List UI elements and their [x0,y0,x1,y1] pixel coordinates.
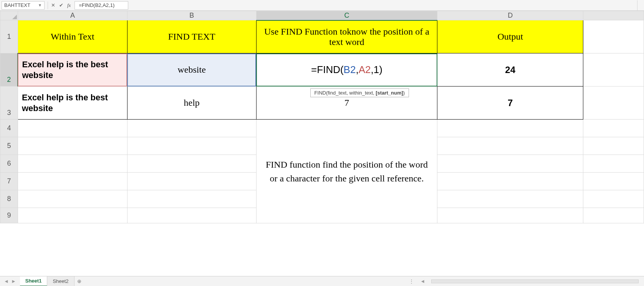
formula-bar-expand[interactable] [637,0,644,10]
formula-sep1: , [356,64,358,75]
cell-D2[interactable]: 24 [437,53,583,86]
cell-A3[interactable]: Excel help is the best website [18,86,127,120]
cell-D9[interactable] [437,208,583,223]
tooltip-fn: FIND [315,90,326,96]
cell-D1[interactable]: Output [437,20,583,53]
formula-sep2: ,1 [371,64,379,75]
formula-bar-buttons: ✕ ✔ [51,2,63,8]
formula-prefix: =FIND( [311,64,344,75]
sheet-tabs-bar: ◄ ► Sheet1 Sheet2 ⊕ ⋮ ◄ [0,276,644,286]
cell-A7[interactable] [18,173,127,190]
select-all-corner[interactable] [0,11,18,20]
formula-ref-A2: A2 [359,64,371,75]
cell-D8[interactable] [437,190,583,208]
tab-nav: ◄ ► [0,278,20,284]
tab-next-icon[interactable]: ► [11,278,16,284]
cell-B3[interactable]: help [127,86,256,120]
col-header-blank[interactable] [583,11,644,20]
col-header-A[interactable]: A [18,11,127,20]
scroll-track[interactable] [431,279,639,283]
col-header-B[interactable]: B [127,11,256,20]
cell-D6[interactable] [437,155,583,173]
formula-text: =FIND(B2,A2,1) [79,2,114,8]
new-sheet-button[interactable]: ⊕ [74,276,84,286]
formula-suffix: ) [379,64,382,75]
cell-D5[interactable] [437,137,583,155]
cell-E2[interactable] [583,53,644,86]
cell-A8[interactable] [18,190,127,208]
cell-E7[interactable] [583,173,644,190]
row-header-1[interactable]: 1 [0,20,18,53]
cell-C1[interactable]: Use FIND Function toknow the position of… [256,20,437,53]
formula-bar: BAHTTEXT ▼ ✕ ✔ fx =FIND(B2,A2,1) [0,0,644,11]
function-tooltip: FIND(find_text, within_text, [start_num]… [310,88,409,97]
enter-icon[interactable]: ✔ [59,2,63,8]
note-text-box[interactable]: FIND function find the position of the w… [256,120,437,223]
row-header-8[interactable]: 8 [0,190,18,208]
name-box-value: BAHTTEXT [4,2,30,8]
cell-A1[interactable]: Within Text [18,20,127,53]
cell-C2-editing[interactable]: =FIND(B2,A2,1) FIND(find_text, within_te… [256,53,437,86]
cell-A6[interactable] [18,155,127,173]
tooltip-args: (find_text, within_text, [326,90,376,96]
tab-sheet2[interactable]: Sheet2 [47,276,74,286]
row-header-2[interactable]: 2 [0,53,18,86]
row-header-5[interactable]: 5 [0,137,18,155]
cell-E3[interactable] [583,86,644,120]
cell-B1[interactable]: FIND TEXT [127,20,256,53]
cell-B4[interactable] [127,120,256,137]
row-header-6[interactable]: 6 [0,155,18,173]
col-header-C[interactable]: C [256,11,437,20]
cell-E4[interactable] [583,120,644,137]
formula-ref-B2: B2 [344,64,356,75]
cell-B2[interactable]: website [127,53,256,86]
scroll-divider-icon[interactable]: ⋮ [409,278,414,284]
cell-E8[interactable] [583,190,644,208]
cell-D4[interactable] [437,120,583,137]
cell-D7[interactable] [437,173,583,190]
row-header-9[interactable]: 9 [0,208,18,223]
cell-E6[interactable] [583,155,644,173]
tooltip-current-arg: [start_num] [376,90,403,96]
formula-input[interactable]: =FIND(B2,A2,1) [74,1,128,10]
tab-sheet1[interactable]: Sheet1 [20,276,48,286]
name-box-dropdown-icon[interactable]: ▼ [38,3,42,7]
grid[interactable]: A B C D 1 Within Text FIND TEXT Use FIND… [0,11,644,223]
cell-A4[interactable] [18,120,127,137]
spreadsheet: A B C D 1 Within Text FIND TEXT Use FIND… [0,11,644,223]
cell-E1[interactable] [583,20,644,53]
tooltip-close: ) [403,90,405,96]
cell-B7[interactable] [127,173,256,190]
row-header-3[interactable]: 3 [0,86,18,120]
cell-D3[interactable]: 7 [437,86,583,120]
cancel-icon[interactable]: ✕ [51,2,55,8]
cell-B8[interactable] [127,190,256,208]
cell-B9[interactable] [127,208,256,223]
tab-prev-icon[interactable]: ◄ [4,278,9,284]
row-header-4[interactable]: 4 [0,120,18,137]
cell-E9[interactable] [583,208,644,223]
row-header-7[interactable]: 7 [0,173,18,190]
fx-icon[interactable]: fx [67,2,71,8]
cell-E5[interactable] [583,137,644,155]
cell-A2[interactable]: Excel help is the best website [18,53,127,86]
name-box[interactable]: BAHTTEXT ▼ [2,1,45,10]
cell-B5[interactable] [127,137,256,155]
cell-A5[interactable] [18,137,127,155]
horizontal-scroll: ⋮ ◄ [404,278,644,284]
cell-A9[interactable] [18,208,127,223]
cell-B6[interactable] [127,155,256,173]
col-header-D[interactable]: D [437,11,583,20]
divider [48,2,48,9]
scroll-left-icon[interactable]: ◄ [420,278,425,284]
